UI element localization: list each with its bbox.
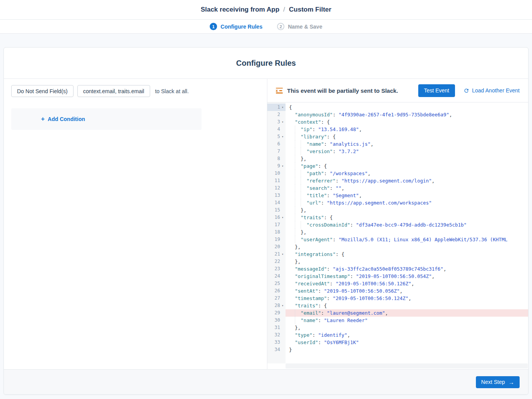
code-line[interactable]: 27"timestamp": "2019-05-10T00:56:50.124Z… xyxy=(267,295,528,302)
filter-icon: x xyxy=(276,88,283,94)
code-text: "type": "identify", xyxy=(286,331,528,339)
code-text: }, xyxy=(286,324,528,331)
line-gutter: 30 xyxy=(267,317,286,324)
code-line[interactable]: 14"url": "https://app.segment.com/worksp… xyxy=(267,199,528,206)
fold-arrow-icon[interactable]: ▾ xyxy=(281,162,285,170)
line-gutter: 25 xyxy=(267,280,286,287)
test-event-button[interactable]: Test Event xyxy=(418,84,455,97)
fold-arrow-icon[interactable]: ▾ xyxy=(281,214,285,221)
code-line[interactable]: 19"userAgent": "Mozilla/5.0 (X11; Linux … xyxy=(267,236,528,243)
code-line[interactable]: 8}, xyxy=(267,155,528,162)
code-line[interactable]: 21▾"integrations": { xyxy=(267,251,528,258)
code-line[interactable]: 32"type": "identify", xyxy=(267,331,528,339)
code-text: "anonymousId": "4f9390ae-2657-4fe1-9d95-… xyxy=(286,111,528,118)
fold-arrow-icon[interactable]: ▾ xyxy=(281,133,285,140)
code-line[interactable]: 17"crossDomainId": "df3a47ee-bcc9-479d-a… xyxy=(267,221,528,228)
line-gutter: 28▾ xyxy=(267,302,286,309)
code-text: "name": "analytics.js", xyxy=(286,140,528,148)
line-number: 7 xyxy=(277,148,280,155)
line-gutter: 2 xyxy=(267,111,286,118)
rule-action-selector[interactable]: Do Not Send Field(s) xyxy=(11,85,74,97)
code-text: "search": "", xyxy=(286,184,528,192)
step-configure-rules[interactable]: 1 Configure Rules xyxy=(210,23,262,30)
code-line[interactable]: 34} xyxy=(267,346,528,353)
fold-arrow-icon[interactable]: ▾ xyxy=(281,118,285,126)
code-line[interactable]: 3▾"context": { xyxy=(267,118,528,126)
code-line[interactable]: 33"userId": "OsY6MFBj1K" xyxy=(267,339,528,346)
code-line[interactable]: 10"path": "/workspaces", xyxy=(267,170,528,177)
code-line[interactable]: 31}, xyxy=(267,324,528,331)
line-gutter: 14 xyxy=(267,199,286,206)
arrow-right-icon: → xyxy=(508,379,514,385)
line-number: 17 xyxy=(275,221,280,228)
code-line[interactable]: 24"originalTimestamp": "2019-05-10T00:56… xyxy=(267,273,528,280)
line-gutter: 19 xyxy=(267,236,286,243)
page-title: Configure Rules xyxy=(4,48,528,79)
code-line[interactable]: 12"search": "", xyxy=(267,184,528,192)
line-number: 9 xyxy=(277,162,280,170)
preview-header: x This event will be partially sent to S… xyxy=(267,79,528,102)
code-line[interactable]: 15}, xyxy=(267,206,528,214)
code-line[interactable]: 25"receivedAt": "2019-05-10T00:56:50.126… xyxy=(267,280,528,287)
code-line[interactable]: 16▾"traits": { xyxy=(267,214,528,221)
code-line[interactable]: 29"email": "lauren@segment.com", xyxy=(267,309,528,317)
line-gutter: 26 xyxy=(267,287,286,295)
load-another-event-link[interactable]: Load Another Event xyxy=(464,87,520,94)
plus-icon: + xyxy=(41,116,44,122)
code-text: "originalTimestamp": "2019-05-10T00:56:5… xyxy=(286,273,528,280)
code-text: "context": { xyxy=(286,118,528,126)
code-text: "messageId": "ajs-33ffc2ac0a550e8f053789… xyxy=(286,265,528,273)
json-editor[interactable]: 1▾{2"anonymousId": "4f9390ae-2657-4fe1-9… xyxy=(267,102,528,363)
code-line[interactable]: 13"title": "Segment", xyxy=(267,192,528,199)
code-line[interactable]: 22}, xyxy=(267,258,528,265)
step-name-and-save[interactable]: 2 Name & Save xyxy=(277,23,322,30)
line-number: 5 xyxy=(277,133,280,140)
line-gutter: 18 xyxy=(267,228,286,236)
code-line[interactable]: 20}, xyxy=(267,243,528,251)
event-preview-panel: x This event will be partially sent to S… xyxy=(267,79,528,369)
line-number: 23 xyxy=(275,265,280,273)
code-line[interactable]: 9▾"page": { xyxy=(267,162,528,170)
code-line[interactable]: 28▾"traits": { xyxy=(267,302,528,309)
line-gutter: 1▾ xyxy=(267,104,286,111)
line-gutter: 29 xyxy=(267,309,286,317)
rule-row: Do Not Send Field(s) context.email, trai… xyxy=(11,85,260,97)
code-line[interactable]: 2"anonymousId": "4f9390ae-2657-4fe1-9d95… xyxy=(267,111,528,118)
code-line[interactable]: 11"referrer": "https://app.segment.com/l… xyxy=(267,177,528,184)
horizontal-scrollbar[interactable] xyxy=(286,363,528,368)
code-line[interactable]: 1▾{ xyxy=(267,104,528,111)
line-gutter: 6 xyxy=(267,140,286,148)
fold-arrow-icon[interactable]: ▾ xyxy=(281,302,285,309)
fold-arrow-icon[interactable]: ▾ xyxy=(281,104,285,111)
line-gutter: 7 xyxy=(267,148,286,155)
fold-arrow-icon[interactable]: ▾ xyxy=(281,251,285,258)
line-number: 15 xyxy=(275,206,280,214)
line-number: 32 xyxy=(275,331,280,339)
code-text: "integrations": { xyxy=(286,251,528,258)
code-line[interactable]: 18}, xyxy=(267,228,528,236)
line-gutter: 20 xyxy=(267,243,286,251)
code-line[interactable]: 6"name": "analytics.js", xyxy=(267,140,528,148)
load-another-event-label: Load Another Event xyxy=(472,87,520,94)
code-line[interactable]: 7"version": "3.7.2" xyxy=(267,148,528,155)
rule-fields-input[interactable]: context.email, traits.email xyxy=(77,85,150,97)
line-number: 25 xyxy=(275,280,280,287)
code-text: "sentAt": "2019-05-10T00:56:50.056Z", xyxy=(286,287,528,295)
refresh-icon xyxy=(464,88,469,94)
code-line[interactable]: 30"name": "Lauren Reeder" xyxy=(267,317,528,324)
code-line[interactable]: 4"ip": "13.54.169.48", xyxy=(267,126,528,133)
add-condition-button[interactable]: + Add Condition xyxy=(41,116,85,122)
line-number: 11 xyxy=(275,177,280,184)
step-2-circle: 2 xyxy=(277,23,284,30)
code-text: "userAgent": "Mozilla/5.0 (X11; Linux x8… xyxy=(286,236,528,243)
line-gutter: 4 xyxy=(267,126,286,133)
code-line[interactable]: 26"sentAt": "2019-05-10T00:56:50.056Z", xyxy=(267,287,528,295)
next-step-button[interactable]: Next Step → xyxy=(476,376,520,388)
line-number: 13 xyxy=(275,192,280,199)
code-text: } xyxy=(286,346,528,353)
rules-panel: Do Not Send Field(s) context.email, trai… xyxy=(4,79,267,369)
code-line[interactable]: 5▾"library": { xyxy=(267,133,528,140)
code-text: "referrer": "https://app.segment.com/log… xyxy=(286,177,528,184)
line-number: 2 xyxy=(277,111,280,118)
code-line[interactable]: 23"messageId": "ajs-33ffc2ac0a550e8f0537… xyxy=(267,265,528,273)
